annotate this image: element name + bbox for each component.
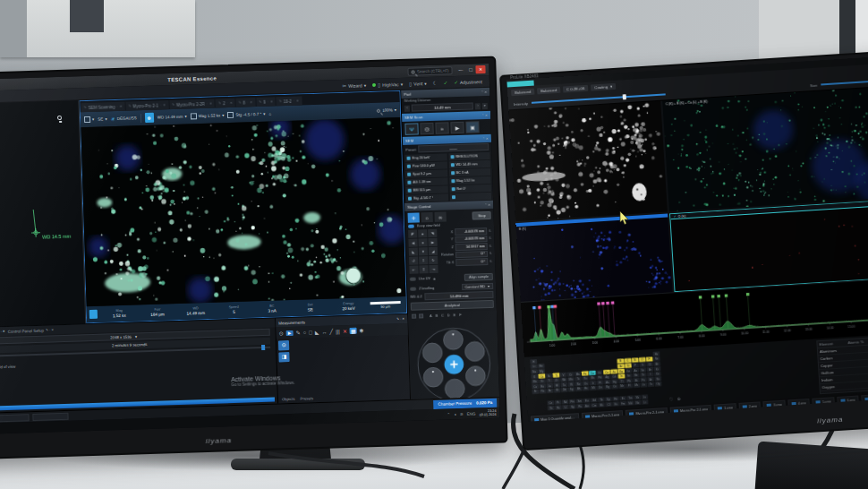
close-tab-icon[interactable]: ✕: [270, 99, 273, 103]
bse-image-quadrant[interactable]: [508, 101, 668, 221]
center-button[interactable]: ●: [418, 238, 427, 246]
skip-end-icon[interactable]: »: [435, 122, 448, 133]
document-tab[interactable]: ✎8▫✕: [235, 98, 255, 107]
grid-tool-icon[interactable]: ▦: [350, 328, 357, 334]
detector-select[interactable]: SE▾: [98, 116, 106, 121]
annotations-button[interactable]: ◨: [278, 352, 289, 362]
lightbulb-icon[interactable]: [57, 116, 62, 120]
arrow-left[interactable]: ◀: [408, 238, 417, 246]
close-tab-icon[interactable]: ✕: [209, 102, 212, 106]
detector-letter[interactable]: D: [447, 313, 450, 317]
tab-control-panel-setup[interactable]: Control Panel Setup ✎ ▫ ✕: [8, 328, 54, 334]
tilt-minus-button[interactable]: ⇤: [409, 265, 418, 273]
arrow-up-left[interactable]: ◤: [408, 229, 417, 237]
sem-field[interactable]: Pow 140.0 µW: [405, 161, 447, 169]
coordinate-stepper[interactable]: ⇅: [489, 244, 492, 248]
ellipse-tool-icon[interactable]: ○: [303, 330, 307, 335]
sem-field[interactable]: Spot 9.2 µm: [405, 169, 447, 177]
taskbar-item[interactable]: Map 1 Quantify analysis: [531, 413, 580, 422]
wd-control[interactable]: WD 14.49 mm▾: [157, 115, 187, 120]
delete-tool-icon[interactable]: ✕: [343, 328, 347, 334]
favorite-icon[interactable]: ♡: [669, 397, 674, 402]
freeze-icon[interactable]: ❆: [144, 113, 153, 123]
taskbar-item[interactable]: 6.png: [837, 395, 859, 406]
caliper-tool-icon[interactable]: ↔: [321, 329, 327, 334]
taskbar-item[interactable]: 7.png: [862, 394, 868, 405]
coordinate-input[interactable]: -0.00578 mm: [455, 236, 487, 244]
taskbar-item[interactable]: 3.png: [763, 400, 786, 411]
coordinate-input[interactable]: 0 °: [455, 251, 488, 259]
eye-tool-icon[interactable]: ⊙: [279, 330, 284, 336]
sem-field[interactable]: Mag 1.52 kx: [449, 176, 491, 184]
periodic-table[interactable]: HHeLiBeBCNOFNeNaMgAlSiPSClArKCaScTiVCrMn…: [527, 350, 666, 412]
detector-letter[interactable]: F: [459, 313, 461, 316]
slider-knob[interactable]: [623, 94, 626, 99]
rotate-ccw-button[interactable]: ↺: [409, 256, 418, 264]
scan-area-button[interactable]: ▾: [84, 116, 94, 123]
keep-fov-checkbox[interactable]: Keep field of view: [0, 365, 15, 370]
view-mode-icon[interactable]: [412, 314, 416, 319]
home-button[interactable]: ⌂: [268, 112, 271, 116]
wdz-value[interactable]: 14.480 mm: [425, 291, 494, 300]
sem-field[interactable]: [449, 193, 491, 201]
language-indicator[interactable]: ENG: [467, 411, 476, 416]
selected-map-quadrant[interactable]: ✓O (K): [669, 199, 868, 292]
target-icon[interactable]: ◎: [420, 123, 433, 134]
mag-control[interactable]: Mag 1.52 kx▾: [191, 112, 225, 119]
balanced-button[interactable]: Balanced: [511, 89, 534, 97]
table-header[interactable]: Atomic %: [847, 339, 868, 345]
node-tool-icon[interactable]: ✎: [296, 330, 301, 336]
coating-select[interactable]: Coating▾: [591, 83, 616, 91]
close-tab-icon[interactable]: ✕: [163, 103, 166, 107]
arrow-up[interactable]: ▲: [418, 229, 427, 237]
search-box[interactable]: Search (CTRL+F): [408, 66, 453, 76]
measure-subtab[interactable]: Presets: [300, 396, 313, 400]
target-icon[interactable]: ⊕: [677, 396, 681, 401]
detector-wheel[interactable]: [408, 317, 499, 399]
layers-button[interactable]: ⊙: [278, 340, 289, 350]
profile-tool-icon[interactable]: |||: [336, 329, 340, 334]
network-icon[interactable]: ≋: [460, 411, 464, 416]
table-header[interactable]: Element: [819, 340, 846, 347]
status-chip[interactable]: [0, 414, 30, 423]
arrow-down-left[interactable]: ◣: [409, 247, 418, 255]
adjustment-check[interactable]: ✓ Adjustment: [454, 79, 482, 85]
arrow-down[interactable]: ▼: [419, 247, 428, 255]
measure-subtab[interactable]: Objects: [282, 397, 295, 401]
chamber-nav-view[interactable]: WD 14.5 mm: [0, 100, 86, 327]
arrow-right[interactable]: ▶: [428, 238, 437, 246]
sem-field[interactable]: BM 515 µm: [406, 185, 448, 193]
constant-wd-select[interactable]: Constant WD▾: [462, 283, 494, 290]
coordinate-stepper[interactable]: ⇅: [489, 260, 492, 263]
taskbar-item[interactable]: 1.png: [714, 403, 736, 414]
stage-control-quick[interactable]: Stg -4.5 / 0.7 °▾: [227, 111, 265, 118]
decrement-button[interactable]: ‹: [404, 105, 410, 111]
move-stage-icon[interactable]: ✛: [408, 212, 420, 222]
close-button[interactable]: ✕: [475, 65, 485, 73]
close-tab-icon[interactable]: ✕: [250, 100, 252, 104]
taskbar-item[interactable]: Mycro-Pro 2-1.png: [582, 410, 624, 422]
sem-live-image[interactable]: [81, 117, 405, 306]
coordinate-input[interactable]: -0.00578 mm: [455, 227, 487, 236]
sem-field[interactable]: Rot 0°: [449, 184, 491, 193]
z-levelling-toggle[interactable]: [410, 287, 416, 290]
system-clock[interactable]: 23:24 09.01.2024: [479, 409, 496, 417]
degauss-button[interactable]: ✳DEGAUSS: [110, 115, 136, 122]
angle-tool-icon[interactable]: ◣: [315, 329, 319, 335]
balanced-button[interactable]: Balanced: [537, 87, 560, 95]
use-uv-toggle[interactable]: [410, 278, 416, 281]
coordinate-input[interactable]: 0 °: [455, 258, 488, 266]
vent-button[interactable]: ▯Vent▾: [409, 81, 427, 87]
detector-signal-icon[interactable]: Ψ: [404, 123, 418, 134]
z-up-button[interactable]: ↥: [419, 256, 428, 264]
mixed-map-quadrant[interactable]: C (K) + B (K) + Ca (L) + B (K): [663, 87, 868, 212]
sem-field[interactable]: RESOLUTION: [448, 152, 490, 160]
sem-field[interactable]: Stg -4.5/0.7 °: [406, 193, 448, 202]
increment-button[interactable]: ›: [475, 103, 481, 109]
taskbar-item[interactable]: 5.png: [813, 397, 835, 408]
sem-field[interactable]: BC 3 nA: [449, 168, 491, 176]
zoom-level[interactable]: 100%▾: [377, 107, 396, 113]
taskbar-item[interactable]: 4.png: [787, 399, 810, 409]
view-mode-icon[interactable]: [419, 313, 423, 318]
tab-parameters[interactable]: Parameters ✎ ▫ ✕: [0, 330, 5, 335]
